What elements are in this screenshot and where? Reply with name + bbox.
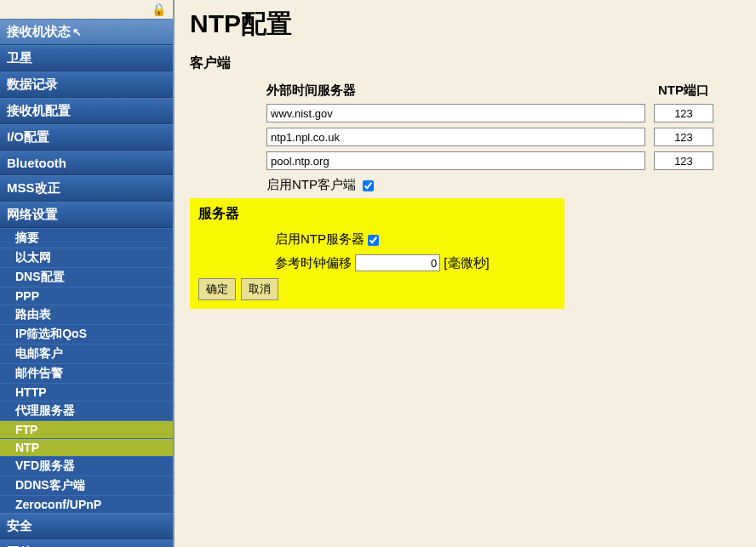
nav-item[interactable]: 安全 <box>0 513 173 539</box>
sub-item[interactable]: FTP <box>0 420 173 438</box>
server-host-input[interactable] <box>266 128 645 146</box>
offset-unit: [毫微秒] <box>444 255 489 270</box>
server-port-input[interactable] <box>654 128 713 146</box>
server-port-input[interactable] <box>654 151 713 170</box>
server-port-input[interactable] <box>654 104 713 123</box>
nav-item[interactable]: 接收机配置 <box>0 98 173 124</box>
server-host-input[interactable] <box>266 151 645 170</box>
nav-item[interactable]: 固件 <box>0 539 173 547</box>
sub-item[interactable]: DDNS客户端 <box>0 476 173 495</box>
cursor-icon: ↖ <box>72 26 82 38</box>
offset-label: 参考时钟偏移 <box>275 255 352 270</box>
sidebar: 🔒 接收机状态↖卫星数据记录接收机配置I/O配置BluetoothMSS改正网络… <box>0 0 175 547</box>
sub-item[interactable]: DNS配置 <box>0 267 173 287</box>
cancel-button[interactable]: 取消 <box>241 278 278 300</box>
sub-item[interactable]: 摘要 <box>0 228 173 248</box>
nav-item[interactable]: Bluetooth <box>0 151 173 175</box>
ok-button[interactable]: 确定 <box>198 278 236 300</box>
header-server: 外部时间服务器 <box>266 83 650 99</box>
header-port: NTP端口 <box>650 83 718 99</box>
nav-item[interactable]: 卫星 <box>0 45 173 71</box>
sub-item[interactable]: IP筛选和QoS <box>0 324 173 344</box>
client-section-label: 客户端 <box>190 54 741 72</box>
sub-item[interactable]: 邮件告警 <box>0 363 173 383</box>
lock-icon: 🔒 <box>152 3 166 16</box>
enable-server-label: 启用NTP服务器 <box>275 231 364 246</box>
server-host-input[interactable] <box>266 104 645 123</box>
nav-item[interactable]: I/O配置 <box>0 124 173 151</box>
sub-items: 摘要以太网DNS配置PPP路由表IP筛选和QoS电邮客户邮件告警HTTP代理服务… <box>0 228 173 513</box>
button-row: 确定 取消 <box>198 278 556 300</box>
sub-item[interactable]: PPP <box>0 287 173 305</box>
sub-item[interactable]: HTTP <box>0 383 173 401</box>
sub-item[interactable]: 路由表 <box>0 305 173 324</box>
column-headers: 外部时间服务器 NTP端口 <box>266 83 741 99</box>
server-section-label: 服务器 <box>198 205 556 223</box>
sub-item[interactable]: 以太网 <box>0 248 173 267</box>
sub-item[interactable]: 电邮客户 <box>0 344 173 363</box>
nav-item[interactable]: MSS改正 <box>0 175 173 202</box>
enable-server-checkbox[interactable] <box>368 235 379 246</box>
main-content: NTP配置 客户端 外部时间服务器 NTP端口 启用NTP客户端 服务器 启用N… <box>175 0 756 547</box>
offset-row: 参考时钟偏移 [毫微秒] <box>275 254 556 271</box>
enable-server-row: 启用NTP服务器 <box>275 231 556 248</box>
sub-item[interactable]: 代理服务器 <box>0 401 173 420</box>
nav-item[interactable]: 数据记录 <box>0 71 173 98</box>
sub-item[interactable]: Zeroconf/UPnP <box>0 495 173 513</box>
sub-item[interactable]: NTP <box>0 438 173 456</box>
enable-client-checkbox[interactable] <box>363 180 374 191</box>
page-title: NTP配置 <box>190 7 741 42</box>
client-form: 外部时间服务器 NTP端口 <box>266 83 741 170</box>
server-row <box>266 128 741 146</box>
enable-client-label: 启用NTP客户端 <box>266 177 356 191</box>
sub-item[interactable]: VFD服务器 <box>0 456 173 476</box>
offset-input[interactable] <box>355 254 440 271</box>
server-row <box>266 151 741 170</box>
nav-item[interactable]: 接收机状态↖ <box>0 19 173 45</box>
nav-item[interactable]: 网络设置 <box>0 202 173 228</box>
lock-icon-area: 🔒 <box>0 0 173 19</box>
server-row <box>266 104 741 123</box>
enable-client-row: 启用NTP客户端 <box>266 177 741 193</box>
server-panel: 服务器 启用NTP服务器 参考时钟偏移 [毫微秒] 确定 取消 <box>190 198 564 309</box>
